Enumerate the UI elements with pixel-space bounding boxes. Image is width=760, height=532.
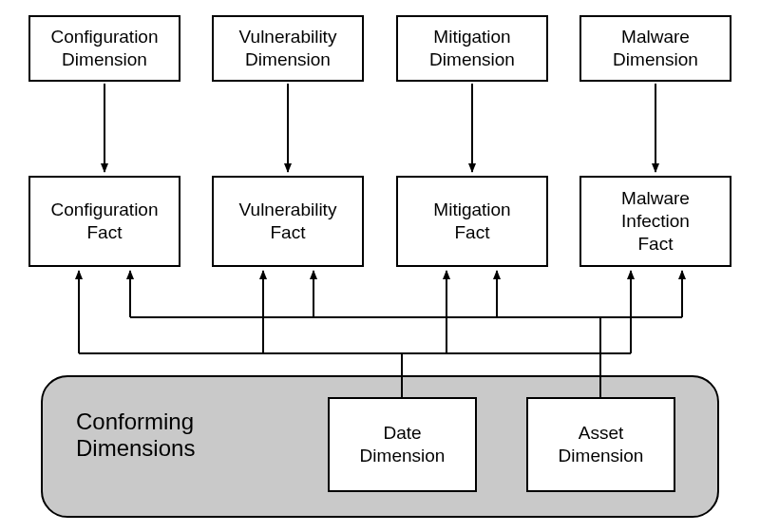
conforming-label-line1: Conforming	[76, 408, 195, 435]
box-line: Vulnerability	[239, 199, 337, 221]
malware-infection-fact-box: Malware Infection Fact	[580, 176, 732, 267]
box-line: Mitigation	[429, 26, 515, 48]
box-line: Infection	[621, 210, 690, 233]
box-line: Dimension	[429, 48, 515, 71]
date-dimension-box: Date Dimension	[328, 397, 477, 492]
box-line: Fact	[239, 221, 337, 244]
vulnerability-fact-box: Vulnerability Fact	[212, 176, 364, 267]
box-line: Mitigation	[433, 199, 510, 221]
box-line: Asset	[559, 422, 644, 445]
malware-dimension-box: Malware Dimension	[580, 15, 732, 82]
mitigation-dimension-box: Mitigation Dimension	[396, 15, 548, 82]
configuration-fact-box: Configuration Fact	[28, 176, 180, 267]
box-line: Malware	[613, 26, 698, 48]
box-line: Date	[360, 422, 446, 445]
box-line: Dimension	[50, 48, 158, 71]
box-line: Vulnerability	[239, 26, 337, 48]
box-line: Configuration	[50, 199, 158, 221]
box-line: Configuration	[50, 26, 158, 48]
configuration-dimension-box: Configuration Dimension	[28, 15, 180, 82]
vulnerability-dimension-box: Vulnerability Dimension	[212, 15, 364, 82]
box-line: Fact	[433, 221, 510, 244]
conforming-dimensions-label: Conforming Dimensions	[76, 408, 195, 462]
box-line: Dimension	[360, 445, 446, 467]
box-line: Malware	[621, 187, 690, 210]
mitigation-fact-box: Mitigation Fact	[396, 176, 548, 267]
box-line: Dimension	[613, 48, 698, 71]
box-line: Dimension	[559, 445, 644, 467]
box-line: Fact	[50, 221, 158, 244]
box-line: Dimension	[239, 48, 337, 71]
conforming-label-line2: Dimensions	[76, 435, 195, 462]
asset-dimension-box: Asset Dimension	[526, 397, 675, 492]
box-line: Fact	[621, 233, 690, 256]
